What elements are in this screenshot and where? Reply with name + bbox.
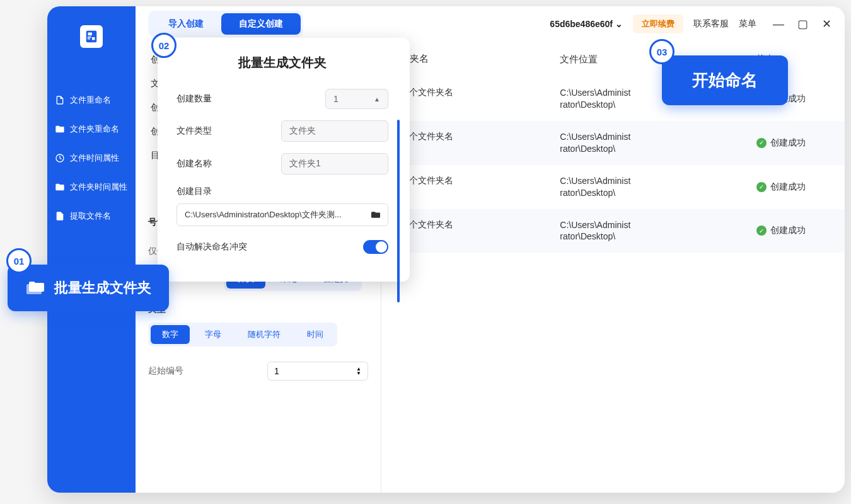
step-down-icon[interactable]: ▼	[356, 372, 361, 375]
nav-extract-name[interactable]: 提取文件名	[47, 202, 136, 231]
nav-label: 文件夹重命名	[70, 123, 119, 135]
filetype-input[interactable]: 文件夹	[281, 120, 388, 142]
step-badge-2: 02	[151, 33, 177, 58]
type-letter[interactable]: 字母	[194, 325, 233, 344]
start-number-input[interactable]: 1 ▲▼	[267, 362, 368, 381]
cell-status: ✓创建成功	[756, 219, 826, 243]
account-dropdown[interactable]: 65d6be486e60f⌄	[550, 19, 623, 29]
file-icon	[55, 95, 65, 105]
nav-label: 文件时间属性	[70, 152, 119, 164]
maximize-button[interactable]: ▢	[797, 18, 808, 30]
cell-status: ✓创建成功	[756, 175, 826, 199]
nav-label: 文件夹时间属性	[70, 181, 127, 193]
tab-custom[interactable]: 自定义创建	[221, 13, 301, 35]
nav-label: 文件重命名	[70, 94, 111, 106]
conflict-label: 自动解决命名冲突	[177, 241, 247, 253]
sidebar: 文件重命名 文件夹重命名 文件时间属性 文件夹时间属性 提取文件名	[47, 6, 136, 493]
count-value: 1	[333, 94, 339, 104]
nav-folder-time[interactable]: 文件夹时间属性	[47, 173, 136, 202]
start-label: 起始编号	[148, 365, 183, 377]
caret-up-icon[interactable]: ▲	[374, 96, 380, 103]
table-row[interactable]: 一个文件夹名 C:\Users\Administrator\Desktop\ ✓…	[381, 121, 845, 165]
type-segments: 数字 字母 随机字符 时间	[148, 323, 337, 346]
cell-name: 一个文件夹名	[400, 219, 560, 243]
modal-title: 批量生成文件夹	[177, 54, 388, 71]
name-input[interactable]: 文件夹1	[281, 153, 388, 175]
header-name: 件夹名	[400, 53, 560, 66]
type-number[interactable]: 数字	[151, 325, 190, 344]
cell-status: ✓创建成功	[756, 131, 826, 155]
svg-rect-2	[92, 37, 95, 40]
check-icon: ✓	[756, 226, 767, 236]
type-time[interactable]: 时间	[296, 325, 335, 344]
dir-value: C:\Users\Administrator\Desktop\文件夹测...	[185, 209, 342, 220]
titlebar: 导入创建 自定义创建 65d6be486e60f⌄ 立即续费 联系客服 菜单 —…	[136, 6, 845, 42]
start-value: 1	[274, 366, 279, 376]
svg-rect-1	[88, 33, 92, 36]
cell-path: C:\Users\Administrator\Desktop\	[560, 131, 756, 155]
check-icon: ✓	[756, 138, 767, 148]
name-label: 创建名称	[177, 158, 212, 169]
close-button[interactable]: ✕	[821, 18, 832, 30]
batch-create-modal: 批量生成文件夹 创建数量 1▲ 文件类型 文件夹 创建名称 文件夹1 创建目录 …	[158, 38, 410, 282]
conflict-toggle[interactable]	[363, 240, 388, 254]
nav-file-rename[interactable]: 文件重命名	[47, 86, 136, 115]
mode-tabs: 导入创建 自定义创建	[148, 11, 303, 37]
callout-batch-create: 批量生成文件夹	[8, 265, 169, 311]
nav-label: 提取文件名	[70, 210, 111, 222]
folders-icon	[25, 279, 45, 297]
check-icon: ✓	[756, 182, 767, 192]
type-random[interactable]: 随机字符	[236, 325, 292, 344]
window-controls: — ▢ ✕	[773, 18, 832, 30]
stepper[interactable]: ▲▼	[356, 367, 361, 375]
folder-picker-icon[interactable]	[371, 211, 380, 219]
menu-link[interactable]: 菜单	[739, 18, 756, 30]
filetype-value: 文件夹	[289, 125, 316, 137]
renew-button[interactable]: 立即续费	[633, 14, 683, 33]
cell-name: 一个文件夹名	[400, 131, 560, 155]
folder-icon	[55, 124, 65, 134]
step-badge-1: 01	[6, 248, 32, 273]
app-logo	[80, 25, 103, 48]
step-badge-3: 03	[649, 39, 674, 64]
account-id: 65d6be486e60f	[550, 19, 613, 29]
dir-input[interactable]: C:\Users\Administrator\Desktop\文件夹测...	[177, 203, 388, 226]
filetype-label: 文件类型	[177, 125, 212, 137]
count-label: 创建数量	[177, 93, 212, 105]
callout-start-naming[interactable]: 开始命名	[662, 55, 788, 105]
logo-icon	[84, 30, 98, 43]
folder-clock-icon	[55, 182, 65, 192]
cell-name: 一个文件夹名	[400, 175, 560, 199]
cell-path: C:\Users\Administrator\Desktop\	[560, 219, 756, 243]
dir-label: 创建目录	[177, 186, 388, 197]
cell-path: C:\Users\Administrator\Desktop\	[560, 175, 756, 199]
tab-import[interactable]: 导入创建	[151, 13, 221, 35]
contact-link[interactable]: 联系客服	[693, 18, 729, 30]
table-row[interactable]: 一个文件夹名 C:\Users\Administrator\Desktop\ ✓…	[381, 209, 845, 253]
type-label: 类型	[148, 304, 368, 315]
svg-rect-0	[86, 31, 97, 42]
clock-icon	[55, 153, 65, 163]
result-panel: 件夹名 文件位置 状态 一个文件夹名 C:\Users\Administrato…	[381, 42, 845, 493]
start-number-row: 起始编号 1 ▲▼	[148, 362, 368, 381]
nav-folder-rename[interactable]: 文件夹重命名	[47, 115, 136, 144]
extract-icon	[55, 211, 65, 221]
name-value: 文件夹1	[289, 158, 321, 169]
chevron-down-icon: ⌄	[615, 19, 623, 29]
table-row[interactable]: 一个文件夹名 C:\Users\Administrator\Desktop\ ✓…	[381, 165, 845, 209]
cell-name: 一个文件夹名	[400, 87, 560, 111]
modal-scrollbar[interactable]	[397, 120, 400, 302]
count-input[interactable]: 1▲	[325, 89, 388, 109]
minimize-button[interactable]: —	[773, 18, 784, 30]
callout-1-label: 批量生成文件夹	[54, 278, 151, 297]
nav-file-time[interactable]: 文件时间属性	[47, 144, 136, 173]
